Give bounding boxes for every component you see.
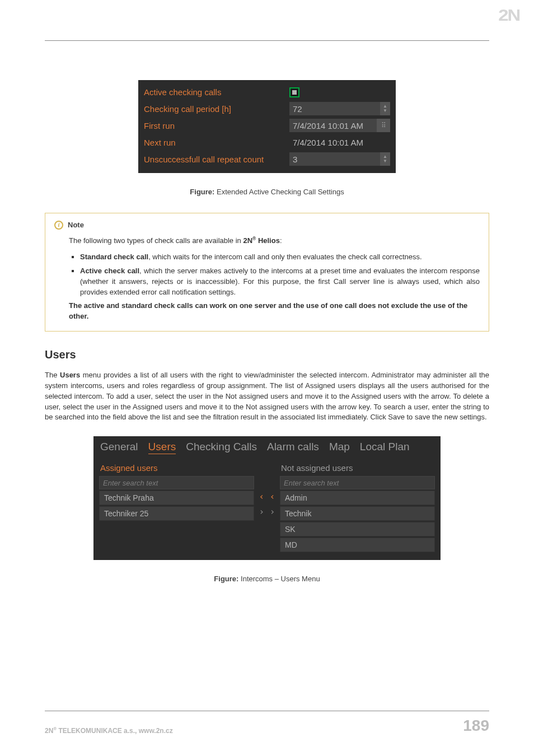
first-run-label: First run <box>144 121 289 130</box>
move-left-button[interactable]: ‹ ‹ <box>259 491 275 502</box>
users-paragraph: The Users menu provides a list of all us… <box>45 370 489 423</box>
brand-logo: 2N <box>499 6 518 25</box>
figure-caption-2: Figure: Intercoms – Users Menu <box>45 575 489 583</box>
note-title: Note <box>68 220 84 231</box>
users-menu-panel: General Users Checking Calls Alarm calls… <box>93 436 441 560</box>
note-closing: The active and standard check calls can … <box>69 301 467 320</box>
spinner-icon[interactable]: ▲▼ <box>380 102 390 115</box>
tab-local-plan[interactable]: Local Plan <box>360 441 410 454</box>
move-right-button[interactable]: › › <box>259 506 275 517</box>
page-number: 189 <box>463 717 489 735</box>
not-assigned-search-input[interactable]: Enter search text <box>280 476 435 489</box>
list-item[interactable]: Technik Praha <box>99 491 254 505</box>
tab-checking-calls[interactable]: Checking Calls <box>186 441 257 454</box>
list-item[interactable]: SK <box>280 522 435 536</box>
note-intro: The following two types of check calls a… <box>69 235 480 246</box>
next-run-label: Next run <box>144 138 289 147</box>
repeat-count-input[interactable]: 3 ▲▼ <box>289 152 390 166</box>
repeat-count-value: 3 <box>289 155 380 164</box>
checking-call-period-input[interactable]: 72 ▲▼ <box>289 102 390 115</box>
tab-alarm-calls[interactable]: Alarm calls <box>267 441 319 454</box>
repeat-count-label: Unscuccessfull call repeat count <box>144 155 289 164</box>
info-icon: i <box>54 221 63 230</box>
list-item[interactable]: Technik <box>280 506 435 521</box>
note-bullet-active: Active check call, which the server make… <box>80 266 480 298</box>
first-run-input[interactable]: 7/4/2014 10:01 AM ⠿ <box>289 119 390 132</box>
list-item[interactable]: Techniker 25 <box>99 506 254 521</box>
list-item[interactable]: Admin <box>280 491 435 505</box>
active-checking-calls-checkbox[interactable] <box>289 87 299 97</box>
first-run-value: 7/4/2014 10:01 AM <box>289 121 377 130</box>
assigned-search-input[interactable]: Enter search text <box>99 476 254 489</box>
page-footer: 2N® TELEKOMUNIKACE a.s., www.2n.cz 189 <box>45 711 489 735</box>
tab-bar: General Users Checking Calls Alarm calls… <box>93 436 441 456</box>
tab-map[interactable]: Map <box>329 441 350 454</box>
header-rule <box>45 40 489 41</box>
figure-caption-1: Figure: Extended Active Checking Call Se… <box>45 188 489 196</box>
footer-company: 2N® TELEKOMUNIKACE a.s., www.2n.cz <box>45 726 173 735</box>
checking-call-period-value: 72 <box>289 104 380 114</box>
assigned-users-title: Assigned users <box>100 463 253 473</box>
note-bullet-standard: Standard check call, which waits for the… <box>80 252 480 263</box>
active-checking-settings-panel: Active checking calls Checking call peri… <box>138 80 396 173</box>
next-run-value: 7/4/2014 10:01 AM <box>289 138 363 147</box>
calendar-icon[interactable]: ⠿ <box>377 119 390 132</box>
spinner-icon[interactable]: ▲▼ <box>380 152 390 166</box>
not-assigned-users-title: Not assigned users <box>281 463 434 473</box>
note-box: i Note The following two types of check … <box>45 213 489 332</box>
list-item[interactable]: MD <box>280 538 435 552</box>
tab-general[interactable]: General <box>100 441 138 454</box>
active-checking-calls-label: Active checking calls <box>144 87 289 97</box>
users-heading: Users <box>45 348 489 361</box>
tab-users[interactable]: Users <box>148 441 176 454</box>
checking-call-period-label: Checking call period [h] <box>144 104 289 114</box>
